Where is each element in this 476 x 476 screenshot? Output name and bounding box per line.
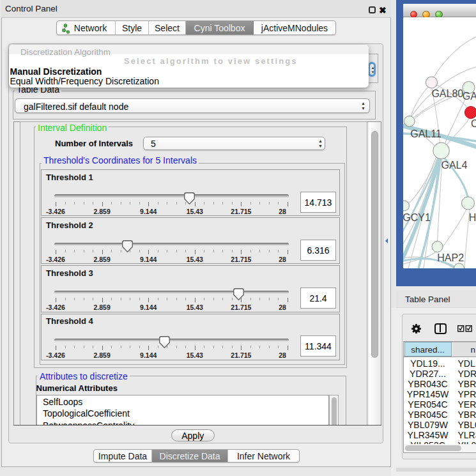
- svg-text:GAL11: GAL11: [410, 128, 441, 139]
- svg-text:GAL4: GAL4: [441, 160, 468, 171]
- svg-text:GCY1: GCY1: [403, 212, 431, 223]
- svg-text:GAL80: GAL80: [431, 88, 463, 99]
- svg-text:GAL7: GAL7: [463, 91, 476, 102]
- svg-text:HIS: HIS: [469, 212, 476, 223]
- svg-text:HAP2: HAP2: [437, 252, 464, 263]
- svg-text:C: C: [471, 118, 476, 129]
